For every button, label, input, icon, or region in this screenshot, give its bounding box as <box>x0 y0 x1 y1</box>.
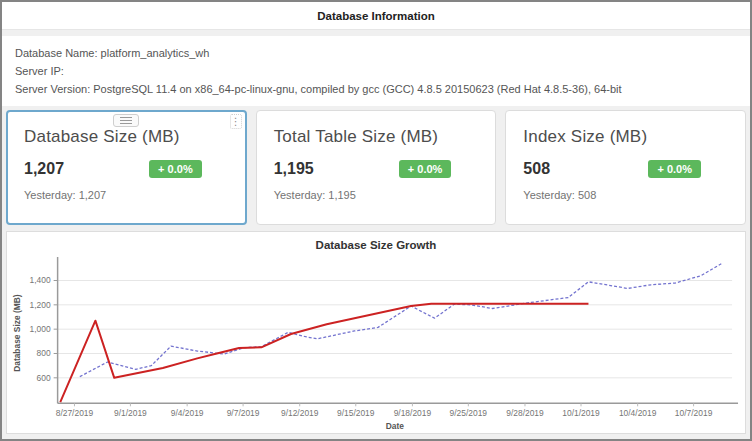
card-title: Index Size (MB) <box>523 127 729 147</box>
svg-text:9/18/2019: 9/18/2019 <box>394 408 432 418</box>
database-info-panel: Database Name: platform_analytics_wh Ser… <box>2 36 750 106</box>
change-badge: + 0.0% <box>399 160 452 178</box>
svg-text:1,400: 1,400 <box>30 275 51 285</box>
server-ip-line: Server IP: <box>15 65 737 77</box>
card-value: 1,207 <box>24 160 64 178</box>
svg-text:10/4/2019: 10/4/2019 <box>619 408 657 418</box>
database-size-growth-chart[interactable]: 6008001,0001,2001,4008/27/20199/1/20199/… <box>10 255 742 433</box>
yesterday-value: Yesterday: 1,195 <box>274 189 480 201</box>
metric-cards-row: ⋮ Database Size (MB) 1,207 + 0.0% Yester… <box>6 110 746 225</box>
database-size-growth-panel: Database Size Growth 6008001,0001,2001,4… <box>6 231 746 434</box>
chart-title: Database Size Growth <box>7 232 745 251</box>
svg-text:9/1/2019: 9/1/2019 <box>114 408 147 418</box>
svg-text:9/25/2019: 9/25/2019 <box>450 408 488 418</box>
database-name-line: Database Name: platform_analytics_wh <box>15 47 737 59</box>
svg-text:1,200: 1,200 <box>30 300 51 310</box>
card-value: 1,195 <box>274 160 314 178</box>
drag-handle-icon[interactable] <box>113 114 139 127</box>
svg-text:800: 800 <box>37 348 51 358</box>
svg-text:1,000: 1,000 <box>30 324 51 334</box>
server-version-line: Server Version: PostgreSQL 11.4 on x86_6… <box>15 83 737 95</box>
yesterday-value: Yesterday: 508 <box>523 189 729 201</box>
svg-text:8/27/2019: 8/27/2019 <box>56 408 94 418</box>
index-size-card[interactable]: Index Size (MB) 508 + 0.0% Yesterday: 50… <box>505 110 746 225</box>
svg-text:10/1/2019: 10/1/2019 <box>562 408 600 418</box>
database-information-page: Database Information Database Name: plat… <box>0 0 752 441</box>
page-header: Database Information <box>2 2 750 30</box>
total-table-size-card[interactable]: Total Table Size (MB) 1,195 + 0.0% Yeste… <box>256 110 497 225</box>
change-badge: + 0.0% <box>648 160 701 178</box>
card-title: Database Size (MB) <box>24 127 230 147</box>
database-size-card[interactable]: ⋮ Database Size (MB) 1,207 + 0.0% Yester… <box>6 110 247 225</box>
svg-text:9/15/2019: 9/15/2019 <box>337 408 375 418</box>
card-value: 508 <box>523 160 550 178</box>
svg-text:9/28/2019: 9/28/2019 <box>506 408 544 418</box>
svg-text:10/7/2019: 10/7/2019 <box>675 408 713 418</box>
card-title: Total Table Size (MB) <box>274 127 480 147</box>
svg-text:9/7/2019: 9/7/2019 <box>227 408 260 418</box>
yesterday-value: Yesterday: 1,207 <box>24 189 230 201</box>
x-axis-label: Date <box>386 421 405 431</box>
y-axis-label: Database Size (MB) <box>12 294 22 372</box>
series-database-size-mb <box>80 263 723 377</box>
svg-text:600: 600 <box>37 373 51 383</box>
change-badge: + 0.0% <box>149 160 202 178</box>
svg-text:9/4/2019: 9/4/2019 <box>171 408 204 418</box>
svg-text:9/12/2019: 9/12/2019 <box>281 408 319 418</box>
card-menu-icon[interactable]: ⋮ <box>230 114 242 129</box>
page-title: Database Information <box>317 10 435 22</box>
